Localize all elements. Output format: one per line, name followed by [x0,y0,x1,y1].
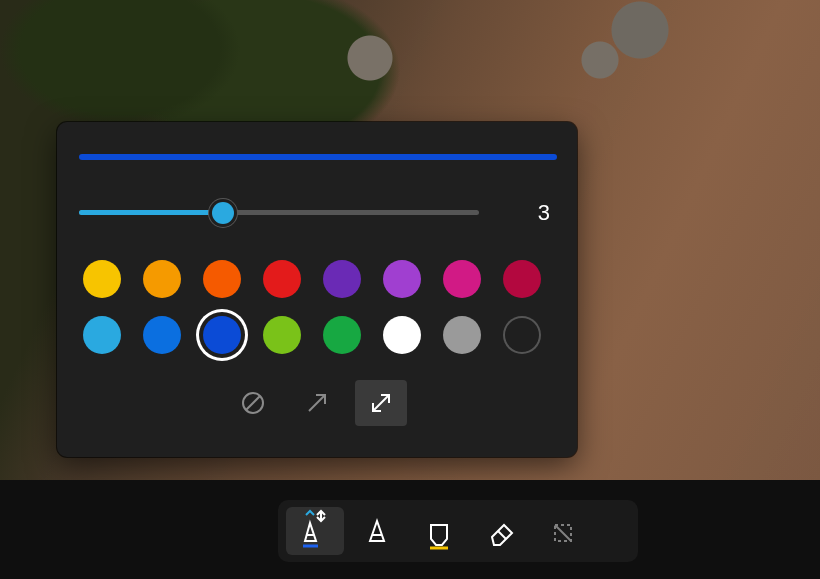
tool-marker-blue[interactable] [286,507,344,555]
stroke-preview-line [79,154,557,160]
slider-fill [79,210,223,215]
color-swatch-none[interactable] [503,316,541,354]
svg-line-9 [498,531,506,539]
color-swatch[interactable] [143,260,181,298]
tip-single-arrow-button[interactable] [291,380,343,426]
tool-marker-plain[interactable] [348,507,406,555]
marker-yellow-icon [422,511,456,551]
color-swatch[interactable] [143,316,181,354]
color-palette [79,260,555,354]
tool-crop[interactable] [534,507,592,555]
arrow-tip-row [79,380,555,426]
marker-plain-icon [360,511,394,551]
svg-line-1 [246,396,260,410]
tip-double-arrow-button[interactable] [355,380,407,426]
color-swatch[interactable] [383,316,421,354]
markup-tool-group [278,500,638,562]
color-swatch[interactable] [323,316,361,354]
color-swatch[interactable] [203,260,241,298]
single-arrow-icon [304,390,330,416]
color-swatch[interactable] [443,260,481,298]
color-swatch[interactable] [503,260,541,298]
stroke-width-slider[interactable] [79,202,479,224]
markup-toolbar [0,480,820,579]
marker-blue-icon [298,511,332,551]
svg-line-11 [555,525,571,541]
tool-marker-yellow[interactable] [410,507,468,555]
color-swatch[interactable] [443,316,481,354]
stroke-settings-popover: 3 [57,122,577,457]
color-swatch[interactable] [83,260,121,298]
tip-none-button[interactable] [227,380,279,426]
color-swatch[interactable] [263,316,301,354]
eraser-icon [484,511,518,551]
color-swatch[interactable] [83,316,121,354]
tool-eraser[interactable] [472,507,530,555]
crop-icon [546,511,580,551]
svg-line-3 [373,395,389,411]
stroke-width-row: 3 [79,200,555,226]
color-swatch[interactable] [323,260,361,298]
color-swatch[interactable] [383,260,421,298]
color-swatch[interactable] [203,316,241,354]
slider-thumb[interactable] [212,202,234,224]
color-swatch[interactable] [263,260,301,298]
svg-line-2 [309,395,325,411]
no-tip-icon [240,390,266,416]
stroke-width-value: 3 [497,200,555,226]
double-arrow-icon [368,390,394,416]
